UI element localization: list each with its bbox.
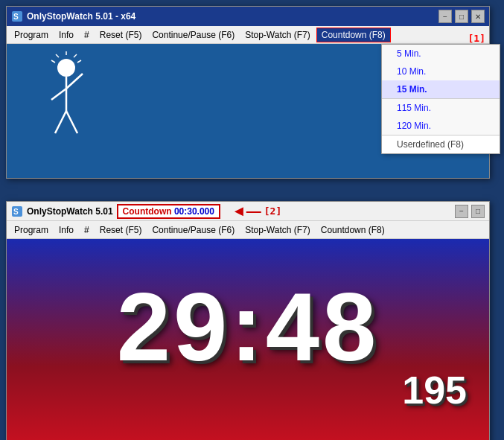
bottom-window-title: OnlyStopWatch 5.01 xyxy=(27,206,113,217)
minimize-button[interactable]: − xyxy=(438,10,452,23)
svg-line-10 xyxy=(51,89,66,100)
menu-bar-bottom: Program Info # Reset (F5) Continue/Pause… xyxy=(7,221,489,239)
bottom-menu-info[interactable]: Info xyxy=(54,223,78,237)
svg-line-11 xyxy=(66,111,77,133)
svg-text:S: S xyxy=(13,208,19,216)
countdown-display: 29:48 195 xyxy=(7,239,489,440)
dropdown-5min[interactable]: 5 Min. xyxy=(382,45,500,63)
menu-stopwatch[interactable]: Stop-Watch (F7) xyxy=(240,28,315,42)
dropdown-15min[interactable]: 15 Min. xyxy=(382,80,500,98)
bottom-menu-continue[interactable]: Continue/Pause (F6) xyxy=(147,223,239,237)
annotation-1: [1] xyxy=(468,33,485,44)
app-icon: S xyxy=(11,10,23,22)
bottom-menu-program[interactable]: Program xyxy=(10,223,53,237)
app-icon-bottom: S xyxy=(11,205,23,217)
menu-bar-top: Program Info # Reset (F5) Continue/Pause… xyxy=(7,26,489,44)
menu-info[interactable]: Info xyxy=(54,28,78,42)
svg-text:S: S xyxy=(13,13,19,21)
svg-line-6 xyxy=(51,60,55,63)
close-button[interactable]: ✕ xyxy=(471,10,485,23)
menu-program[interactable]: Program xyxy=(10,28,53,42)
left-arrow-icon: ◄— xyxy=(232,203,261,220)
title-bar-bottom: S OnlyStopWatch 5.01 Countdown 00:30.000… xyxy=(7,202,489,221)
countdown-dropdown: 5 Min. 10 Min. 15 Min. 115 Min. 120 Min.… xyxy=(381,44,500,154)
countdown-sub-display: 195 xyxy=(402,368,467,412)
svg-line-12 xyxy=(55,111,66,133)
svg-line-5 xyxy=(77,60,81,63)
dropdown-120min[interactable]: 120 Min. xyxy=(382,117,500,135)
dropdown-section-3: Userdefined (F8) xyxy=(382,135,500,153)
dropdown-section-1: 5 Min. 10 Min. 15 Min. xyxy=(382,45,500,99)
dropdown-userdefined[interactable]: Userdefined (F8) xyxy=(382,135,500,153)
svg-line-4 xyxy=(56,54,59,57)
menu-countdown[interactable]: Countdown (F8) xyxy=(316,28,391,42)
bottom-menu-countdown[interactable]: Countdown (F8) xyxy=(316,223,389,237)
dropdown-10min[interactable]: 10 Min. xyxy=(382,63,500,80)
dropdown-section-2: 115 Min. 120 Min. xyxy=(382,99,500,135)
svg-line-3 xyxy=(74,54,77,57)
title-bar-top: S OnlyStopWatch 5.01 - x64 − □ ✕ xyxy=(7,7,489,26)
bottom-menu-stopwatch[interactable]: Stop-Watch (F7) xyxy=(240,223,315,237)
title-bar-bottom-controls: − □ xyxy=(455,205,485,218)
maximize-button[interactable]: □ xyxy=(455,10,468,23)
bottom-menu-hash[interactable]: # xyxy=(80,223,94,237)
stick-figure xyxy=(36,51,96,170)
dropdown-115min[interactable]: 115 Min. xyxy=(382,99,500,117)
bottom-minimize-button[interactable]: − xyxy=(455,205,468,218)
top-window-title: OnlyStopWatch 5.01 - x64 xyxy=(27,11,135,22)
annotation-2: [2] xyxy=(264,205,281,217)
title-bar-left: S OnlyStopWatch 5.01 - x64 xyxy=(11,10,135,22)
countdown-time-display: 29:48 xyxy=(117,278,380,375)
bottom-menu-reset[interactable]: Reset (F5) xyxy=(95,223,147,237)
bottom-window: S OnlyStopWatch 5.01 Countdown 00:30.000… xyxy=(6,201,490,440)
title-bar-bottom-left: S OnlyStopWatch 5.01 Countdown 00:30.000… xyxy=(11,203,281,220)
svg-point-7 xyxy=(57,59,75,77)
menu-continue[interactable]: Continue/Pause (F6) xyxy=(147,28,239,42)
bottom-maximize-button[interactable]: □ xyxy=(471,205,485,218)
annotation-arrow: ◄— [2] xyxy=(232,203,281,220)
title-bar-controls: − □ ✕ xyxy=(438,10,485,23)
menu-hash[interactable]: # xyxy=(80,28,94,42)
menu-reset[interactable]: Reset (F5) xyxy=(95,28,147,42)
countdown-title-badge: Countdown 00:30.000 xyxy=(117,204,220,219)
